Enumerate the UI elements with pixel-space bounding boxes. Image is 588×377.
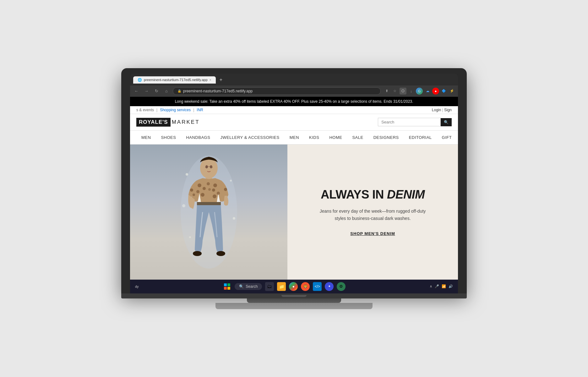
promo-text: Long weekend sale: Take an extra 40% off… (175, 99, 413, 104)
svg-rect-17 (197, 202, 221, 205)
nav-editorial[interactable]: EDITORIAL (404, 131, 437, 144)
tab-favicon: 🌐 (138, 78, 142, 82)
cloud-icon[interactable]: ☁ (424, 88, 431, 95)
svg-point-12 (207, 182, 210, 185)
top-nav-currency[interactable]: INR (197, 108, 203, 112)
share-icon[interactable]: ⬆ (383, 88, 390, 95)
hero-cta-link[interactable]: SHOP MEN'S DENIM (350, 231, 395, 236)
svg-point-11 (213, 194, 216, 198)
svg-point-16 (224, 188, 227, 191)
svg-point-18 (193, 251, 202, 256)
laptop-bottom (121, 293, 467, 298)
tab-close-button[interactable]: × (210, 78, 211, 82)
hero-headline-part1: ALWAYS IN (321, 188, 387, 201)
taskbar-chrome-icon[interactable]: ● (289, 282, 298, 291)
browser-tab-active[interactable]: 🌐 preeminent-nasturtium-717ed5.netlify.a… (133, 76, 216, 84)
nav-men[interactable]: MEN (285, 131, 304, 144)
svg-point-25 (233, 217, 235, 220)
taskbar-text: dy (135, 285, 139, 288)
top-nav-left: s & events | Shopping services | INR (136, 108, 203, 112)
search-input[interactable] (381, 120, 432, 124)
toolbar-actions: ⬆ ☆ ⬡ ↓ G ☁ ● 🔷 ⚡ (383, 88, 455, 95)
search-submit-button[interactable]: 🔍 (441, 118, 452, 126)
hero-text: ALWAYS IN DENIM Jeans for every day of t… (287, 145, 458, 280)
nav-home[interactable]: HOME (324, 131, 347, 144)
taskbar-search-label: Search (246, 284, 258, 289)
screen-bezel: 🌐 preeminent-nasturtium-717ed5.netlify.a… (130, 74, 458, 293)
taskbar-volume-icon: 🔊 (449, 284, 453, 288)
site-logo: ROYALE'S MARKET (136, 118, 200, 127)
nav-jewellery[interactable]: JWELLERY & ACCESSORIES (215, 131, 284, 144)
taskbar-mic-icon: 🎤 (435, 284, 439, 288)
laptop-container: 🌐 preeminent-nasturtium-717ed5.netlify.a… (121, 68, 467, 309)
signup-link[interactable]: Sign (444, 108, 452, 112)
nav-kids[interactable]: KIDS (304, 131, 324, 144)
tab-title: preeminent-nasturtium-717ed5.netlify.app (144, 78, 208, 82)
taskbar-settings-icon[interactable]: ⚙ (337, 282, 346, 291)
windows-start-icon[interactable] (223, 282, 231, 291)
nav-shoes[interactable]: SHOES (156, 131, 181, 144)
website-content: Long weekend sale: Take an extra 40% off… (130, 97, 458, 280)
taskbar-wifi-icon: 📶 (442, 284, 446, 288)
hero-headline: ALWAYS IN DENIM (321, 188, 425, 201)
svg-point-19 (216, 251, 225, 256)
taskbar-search-icon: 🔍 (239, 284, 244, 289)
extension-icon-4[interactable]: 🔷 (440, 88, 447, 95)
extension-icon-2[interactable]: ↓ (408, 88, 415, 95)
taskbar-right: ∧ 🎤 📶 🔊 (430, 284, 453, 288)
extension-icon-3[interactable]: ● (432, 88, 439, 95)
svg-point-6 (196, 190, 199, 193)
hero-image (130, 145, 287, 280)
taskbar-brave-icon[interactable]: 🦁 (301, 282, 310, 291)
bookmark-icon[interactable]: ☆ (391, 88, 398, 95)
nav-sale[interactable]: SALE (347, 131, 368, 144)
svg-point-7 (201, 193, 204, 197)
taskbar-search[interactable]: 🔍 Search (235, 283, 262, 290)
top-nav: s & events | Shopping services | INR Log… (130, 106, 458, 114)
home-button[interactable]: ⌂ (163, 87, 170, 95)
address-bar[interactable]: 🔒 preeminent-nasturtium-717ed5.netlify.a… (173, 87, 381, 95)
taskbar-app1-icon[interactable]: ✦ (325, 282, 334, 291)
main-nav: MEN SHOES HANDBAGS JWELLERY & ACCESSORIE… (130, 131, 458, 145)
profile-icon[interactable]: G (416, 88, 423, 95)
taskbar-files-icon[interactable]: 🗂 (265, 282, 274, 291)
forward-button[interactable]: → (143, 87, 150, 95)
browser-toolbar: ← → ↻ ⌂ 🔒 preeminent-nasturtium-717ed5.n… (130, 85, 458, 97)
search-bar[interactable] (378, 118, 441, 126)
hero-figure (130, 145, 287, 280)
taskbar: dy 🔍 Search (130, 280, 458, 293)
nav-handbags[interactable]: HANDBAGS (181, 131, 215, 144)
hero-section: ALWAYS IN DENIM Jeans for every day of t… (130, 145, 458, 280)
svg-point-22 (186, 173, 188, 176)
svg-point-14 (190, 188, 193, 192)
svg-point-4 (198, 183, 201, 187)
nav-women[interactable]: MEN (136, 131, 156, 144)
extensions-icon[interactable]: ⚡ (449, 88, 455, 95)
hero-man-svg (174, 149, 243, 275)
svg-point-21 (210, 165, 212, 168)
login-link[interactable]: Login (432, 108, 441, 112)
nav-gift[interactable]: GIFT (437, 131, 457, 144)
laptop-frame: 🌐 preeminent-nasturtium-717ed5.netlify.a… (121, 68, 467, 293)
taskbar-vscode-icon[interactable]: </> (313, 282, 322, 291)
top-nav-shopping[interactable]: Shopping services (160, 108, 191, 112)
laptop-stand (247, 298, 341, 303)
svg-point-24 (182, 204, 185, 207)
nav-designers[interactable]: DESIGNERS (368, 131, 404, 144)
laptop-base (215, 303, 373, 309)
taskbar-center: 🔍 Search 🗂 📁 ● (223, 282, 346, 291)
hero-subtext: Jeans for every day of the week—from rug… (319, 208, 426, 222)
taskbar-left: dy (135, 285, 139, 288)
back-button[interactable]: ← (133, 87, 140, 95)
new-tab-button[interactable]: + (218, 77, 224, 83)
browser-chrome: 🌐 preeminent-nasturtium-717ed5.netlify.a… (130, 74, 458, 97)
top-nav-right: Login | Sign (432, 108, 452, 112)
taskbar-carets-icon: ∧ (430, 284, 432, 288)
reload-button[interactable]: ↻ (153, 87, 160, 95)
extension-icon-1[interactable]: ⬡ (400, 88, 406, 95)
svg-point-10 (217, 192, 220, 195)
browser-tabs: 🌐 preeminent-nasturtium-717ed5.netlify.a… (133, 76, 455, 84)
taskbar-folder-icon[interactable]: 📁 (277, 282, 286, 291)
logo-royale: ROYALE'S (136, 118, 171, 127)
hero-headline-part2: DENIM (387, 188, 425, 201)
